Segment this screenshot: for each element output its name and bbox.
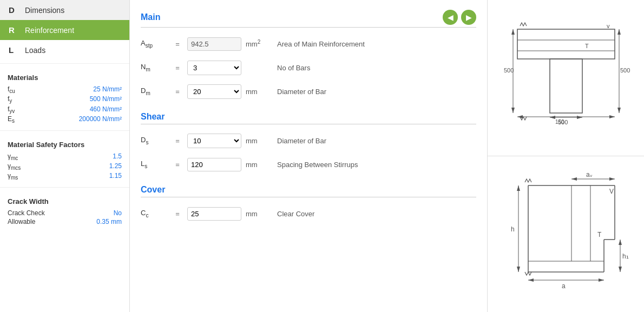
nav-label-reinforcement: Reinforcement [25, 26, 74, 35]
svg-marker-45 [599, 278, 604, 282]
prop-val-ymc: 1.5 [113, 152, 122, 161]
cover-section-header-row: Cover [141, 181, 476, 197]
nav-item-loads[interactable]: L Loads [0, 40, 129, 60]
ds-row: Ds = 6 8 10 12 16 mm Diameter of Bar [141, 129, 476, 152]
ls-input[interactable] [187, 158, 241, 171]
svg-text:T: T [597, 231, 602, 238]
crack-width-title: Crack Width [8, 197, 122, 205]
ds-desc: Diameter of Bar [277, 137, 326, 145]
prop-key-crack-check: Crack Check [8, 209, 45, 217]
nav-item-reinforcement[interactable]: R Reinforcement [0, 20, 129, 40]
prop-key-yms: γms [8, 172, 18, 181]
ls-desc: Spacing Between Stirrups [277, 161, 358, 169]
prop-key-fyv: fyv [8, 105, 15, 114]
svg-text:v: v [607, 23, 610, 29]
nav-label-loads: Loads [25, 46, 45, 55]
svg-marker-17 [550, 116, 555, 119]
svg-marker-33 [517, 267, 520, 272]
dm-unit: mm [246, 88, 273, 96]
prop-val-es: 200000 N/mm² [79, 115, 122, 124]
svg-marker-32 [517, 185, 520, 191]
shear-section-title: Shear [141, 112, 476, 122]
dm-select[interactable]: 8 10 12 16 20 25 32 40 [187, 84, 241, 99]
svg-text:T: T [585, 43, 589, 49]
svg-text:a: a [562, 282, 566, 290]
cc-row: Cc = mm Clear Cover [141, 202, 476, 225]
prop-key-allowable: Allowable [8, 218, 35, 225]
ls-unit: mm [246, 161, 273, 169]
nav-letter-d: D [9, 5, 18, 15]
cc-symbol: Cc [141, 209, 168, 218]
astp-input[interactable] [187, 37, 241, 51]
svg-rect-1 [550, 59, 582, 113]
prop-key-fcu: fcu [8, 85, 15, 94]
svg-text:h₁: h₁ [622, 253, 629, 260]
svg-marker-36 [619, 240, 622, 245]
cc-input[interactable] [187, 207, 241, 221]
prop-val-fyv: 460 N/mm² [90, 105, 122, 114]
top-diagram: 500 500 500 150 v T [488, 0, 644, 156]
cc-unit: mm [246, 210, 273, 218]
bottom-diagram: h h₁ aᵥ a V T [488, 156, 644, 312]
astp-desc: Area of Main Reinforcement [277, 40, 365, 48]
astp-unit: mm2 [246, 39, 273, 48]
dm-row: Dm = 8 10 12 16 20 25 32 40 mm Diameter … [141, 79, 476, 103]
svg-text:500: 500 [504, 67, 514, 74]
svg-text:aᵥ: aᵥ [586, 171, 593, 178]
prop-key-ymcs: γmcs [8, 162, 21, 171]
ds-select[interactable]: 6 8 10 12 16 [187, 134, 241, 148]
nav-label-dimensions: Dimensions [25, 6, 64, 15]
astp-row: Astp = mm2 Area of Main Reinforcement [141, 32, 476, 56]
dm-eq: = [172, 88, 183, 96]
svg-marker-40 [571, 177, 577, 181]
ls-eq: = [172, 161, 183, 169]
svg-marker-41 [609, 177, 615, 181]
cover-section-title: Cover [141, 185, 476, 195]
prop-val-ymcs: 1.25 [109, 162, 122, 171]
safety-factors-title: Material Safety Factors [8, 141, 122, 149]
ds-eq: = [172, 137, 183, 145]
prop-key-fy: fy [8, 95, 12, 104]
cc-desc: Clear Cover [277, 210, 314, 218]
cc-eq: = [172, 210, 183, 218]
svg-marker-10 [617, 108, 621, 113]
nav-next-button[interactable]: ▶ [461, 10, 476, 25]
prop-key-ymc: γmc [8, 152, 18, 161]
nm-row: Nm = 1 2 3 4 5 6 7 8 No of Bars [141, 56, 476, 79]
prop-val-fy: 500 N/mm² [90, 95, 122, 104]
svg-marker-5 [511, 29, 515, 35]
materials-title: Materials [8, 74, 122, 82]
svg-text:V: V [609, 188, 614, 195]
nm-eq: = [172, 64, 183, 72]
svg-marker-18 [577, 116, 582, 119]
ds-symbol: Ds [141, 136, 168, 145]
astp-symbol: Astp [141, 39, 168, 49]
svg-text:150: 150 [555, 119, 564, 125]
prop-key-es: Es [8, 115, 15, 124]
nav-prev-button[interactable]: ◀ [443, 10, 458, 25]
ls-symbol: Ls [141, 160, 168, 169]
nm-select[interactable]: 1 2 3 4 5 6 7 8 [187, 61, 241, 75]
nm-symbol: Nm [141, 63, 168, 72]
prop-val-crack-check: No [114, 209, 122, 217]
svg-marker-9 [617, 29, 621, 35]
prop-val-yms: 1.15 [109, 172, 122, 181]
nav-item-dimensions[interactable]: D Dimensions [0, 0, 129, 20]
svg-text:h: h [511, 225, 515, 233]
nm-desc: No of Bars [277, 64, 310, 72]
svg-text:500: 500 [620, 67, 630, 74]
main-section-title: Main [141, 12, 443, 22]
ds-unit: mm [246, 137, 273, 145]
prop-val-fcu: 25 N/mm² [93, 85, 122, 94]
svg-rect-0 [517, 29, 615, 59]
ls-row: Ls = mm Spacing Between Stirrups [141, 152, 476, 176]
dm-symbol: Dm [141, 87, 168, 96]
prop-val-allowable: 0.35 mm [96, 218, 122, 225]
svg-marker-14 [609, 115, 615, 118]
svg-marker-37 [619, 267, 622, 272]
astp-eq: = [172, 40, 183, 48]
nav-letter-r: R [9, 25, 18, 35]
nav-letter-l: L [9, 45, 18, 55]
main-section-header-row: Main ◀ ▶ [141, 5, 476, 28]
dm-desc: Diameter of Bar [277, 88, 326, 96]
